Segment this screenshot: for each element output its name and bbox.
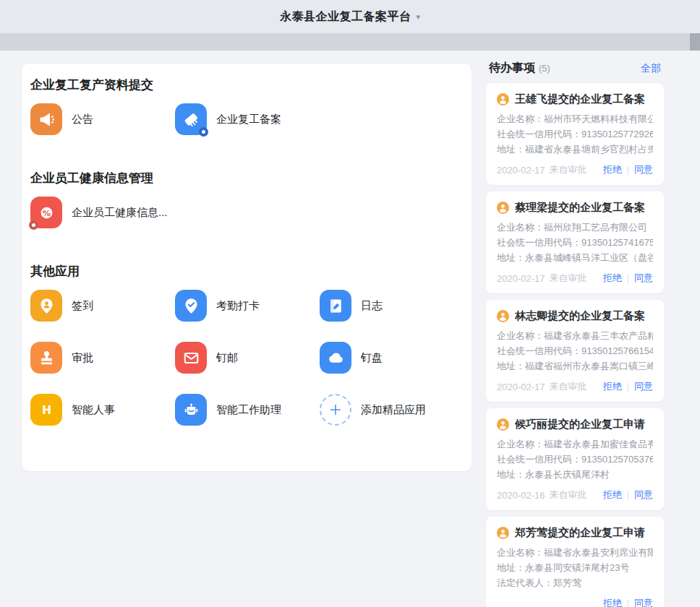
todo-card[interactable]: 候巧丽提交的企业复工申请 企业名称：福建省永泰县加蜜佳食品有... 社会统一信用… — [486, 408, 664, 510]
credit-code: 社会统一信用代码：91350125741675... — [497, 235, 653, 250]
mini-app-badge — [199, 127, 208, 137]
app-label: 钉邮 — [216, 351, 238, 365]
todo-header: 待办事项 (5) 全部 — [486, 61, 664, 77]
todo-date: 2020-02-16 — [497, 490, 545, 501]
company-name: 企业名称：福建省永泰县安利席业有限... — [497, 545, 653, 560]
todo-date: 2020-02-17 — [497, 273, 545, 284]
mail-icon — [175, 342, 207, 374]
app-announcement[interactable]: 公告 — [30, 103, 175, 135]
address: 地址：福建省永泰县塘前乡官烈村占兜2... — [497, 142, 653, 157]
todo-card-title: 王雄飞提交的企业复工备案 — [515, 92, 645, 106]
add-plus-icon — [320, 394, 351, 426]
app-add-premium[interactable]: 添加精品应用 — [320, 394, 464, 426]
credit-code: 社会统一信用代码：91350125766154... — [497, 343, 653, 358]
hr-icon: H — [30, 394, 62, 426]
filing-brush-icon — [175, 103, 207, 135]
todo-card[interactable]: 王雄飞提交的企业复工备案 企业名称：福州市环天燃料科技有限公司 社会统一信用代码… — [486, 83, 664, 185]
action-divider: | — [627, 598, 629, 607]
app-label: 企业员工健康信息... — [72, 206, 168, 220]
action-divider: | — [627, 490, 629, 500]
app-attendance[interactable]: 考勤打卡 — [175, 290, 320, 322]
user-avatar-icon — [497, 310, 509, 322]
reject-button[interactable]: 拒绝 — [603, 488, 622, 501]
attendance-pin-icon — [175, 290, 207, 322]
reject-button[interactable]: 拒绝 — [603, 380, 622, 393]
todo-source: 来自审批 — [550, 272, 587, 285]
company-name: 企业名称：福建省永泰县加蜜佳食品有... — [497, 436, 653, 452]
todo-card-title: 蔡理梁提交的企业复工备案 — [515, 201, 645, 215]
company-name: 企业名称：福建省永泰县三丰农产品精... — [497, 328, 653, 343]
app-smart-assistant[interactable]: 智能工作助理 — [175, 394, 320, 426]
assistant-robot-icon — [175, 394, 207, 426]
app-grid-resumption: 公告 企业复工备案 — [30, 103, 457, 135]
chevron-down-icon[interactable]: ▾ — [416, 12, 420, 22]
app-label: 添加精品应用 — [361, 403, 426, 417]
app-journal[interactable]: 日志 — [320, 290, 464, 322]
app-label: 审批 — [72, 351, 93, 365]
svg-text:%: % — [42, 208, 50, 218]
agree-button[interactable]: 同意 — [634, 488, 653, 501]
todo-card[interactable]: 林志卿提交的企业复工备案 企业名称：福建省永泰县三丰农产品精... 社会统一信用… — [486, 300, 664, 402]
todo-card-title: 郑芳莺提交的企业复工申请 — [515, 526, 645, 540]
todo-date: 2020-02-17 — [497, 165, 545, 176]
agree-button[interactable]: 同意 — [634, 163, 653, 176]
action-divider: | — [627, 165, 629, 175]
secondary-bar — [0, 33, 700, 51]
address: 地址：福建省福州市永泰县嵩口镇三峰... — [497, 358, 653, 374]
app-label: 企业复工备案 — [216, 113, 281, 126]
agree-button[interactable]: 同意 — [634, 597, 653, 607]
megaphone-icon — [30, 103, 62, 135]
user-avatar-icon — [497, 527, 509, 539]
app-checkin[interactable]: 签到 — [30, 290, 175, 322]
app-label: 考勤打卡 — [216, 299, 260, 313]
todo-title: 待办事项 — [489, 61, 535, 76]
agree-button[interactable]: 同意 — [634, 380, 653, 393]
checkin-pin-icon — [30, 290, 62, 322]
user-avatar-icon — [497, 93, 509, 106]
app-employee-health[interactable]: % 企业员工健康信息... — [30, 197, 175, 228]
credit-code: 社会统一信用代码：91350125705376... — [497, 452, 653, 467]
user-avatar-icon — [497, 202, 509, 214]
app-label: 智能人事 — [72, 403, 115, 417]
reject-button[interactable]: 拒绝 — [603, 272, 622, 285]
app-label: 智能工作助理 — [216, 403, 281, 417]
agree-button[interactable]: 同意 — [634, 272, 653, 285]
app-approval[interactable]: 审批 — [30, 342, 175, 374]
app-grid-health: % 企业员工健康信息... — [30, 197, 457, 228]
todo-source: 来自审批 — [550, 163, 587, 176]
legal-representative: 法定代表人：郑芳莺 — [497, 575, 653, 590]
journal-icon — [320, 290, 351, 322]
company-name: 企业名称：福州欣翔工艺品有限公司 — [497, 220, 653, 235]
todo-card-title: 林志卿提交的企业复工备案 — [515, 309, 645, 323]
todo-card[interactable]: 郑芳莺提交的企业复工申请 企业名称：福建省永泰县安利席业有限... 地址：永泰县… — [486, 517, 664, 607]
todo-card-title: 候巧丽提交的企业复工申请 — [515, 418, 645, 431]
health-percent-icon: % — [30, 197, 62, 228]
reject-button[interactable]: 拒绝 — [603, 163, 622, 176]
reject-button[interactable]: 拒绝 — [603, 597, 622, 607]
todo-count: (5) — [539, 63, 550, 74]
workbench-panel: 企业复工复产资料提交 公告 企业复工备案 企业员工健康信息管理 % 企业员工健康… — [22, 64, 471, 471]
app-label: 公告 — [72, 113, 93, 126]
todo-all-link[interactable]: 全部 — [641, 62, 661, 75]
app-label: 日志 — [361, 299, 383, 313]
app-smart-hr[interactable]: H 智能人事 — [30, 394, 175, 426]
action-divider: | — [627, 273, 629, 283]
address: 地址：永泰县城峰镇马洋工业区（盘谷... — [497, 250, 653, 265]
todo-source: 来自审批 — [550, 380, 587, 393]
todo-card[interactable]: 蔡理梁提交的企业复工备案 企业名称：福州欣翔工艺品有限公司 社会统一信用代码：9… — [486, 191, 664, 293]
app-label: 签到 — [72, 299, 93, 313]
scrollbar-corner[interactable] — [690, 33, 700, 51]
mini-app-badge — [29, 220, 38, 230]
svg-text:H: H — [41, 403, 51, 417]
app-dingdrive[interactable]: 钉盘 — [320, 342, 464, 374]
app-resumption-filing[interactable]: 企业复工备案 — [175, 103, 320, 135]
app-header: 永泰县企业复工备案平台 ▾ — [0, 0, 700, 33]
section-title-health: 企业员工健康信息管理 — [30, 170, 457, 187]
todo-source: 来自审批 — [550, 488, 587, 501]
credit-code: 社会统一信用代码：91350125772926... — [497, 126, 653, 142]
address: 地址：永泰县长庆镇尾洋村 — [497, 467, 653, 482]
user-avatar-icon — [497, 418, 509, 431]
app-dingmail[interactable]: 钉邮 — [175, 342, 320, 374]
todo-sidebar: 待办事项 (5) 全部 王雄飞提交的企业复工备案 企业名称：福州市环天燃料科技有… — [486, 61, 664, 607]
todo-date: 2020-02-17 — [497, 382, 545, 392]
